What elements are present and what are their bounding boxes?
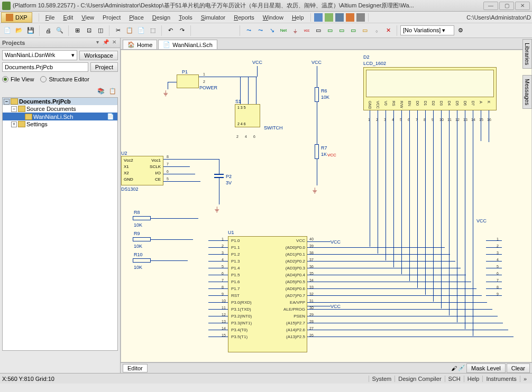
tb-open[interactable]: 📂 [14,25,24,36]
status-expand[interactable]: » [520,376,530,382]
menu-view[interactable]: View [77,13,98,22]
menu-help[interactable]: Help [288,13,308,22]
tb-netlabel[interactable]: Net [278,25,289,36]
status-help[interactable]: Help [464,376,483,382]
label-switch: SWITCH [264,125,283,130]
side-tab-libraries[interactable]: Libraries [522,39,532,69]
tb-busentry[interactable]: ↘ [267,25,277,36]
panel-close-icon[interactable]: ✕ [111,39,118,46]
status-instruments[interactable]: Instruments [482,376,519,382]
tb-undo[interactable]: ↶ [165,25,176,36]
tb-redo[interactable]: ↷ [177,25,187,36]
expand-icon[interactable]: + [11,122,17,127]
menu-window[interactable]: Window [259,13,288,22]
tb-zoom-area[interactable]: ⊡ [84,25,94,36]
structure-editor-radio[interactable]: Structure Editor [40,76,89,82]
side-tab-messages[interactable]: Messages [522,75,532,109]
tool-icon-1[interactable] [314,13,323,22]
val-r9: 10K [134,244,142,249]
tb-zoom-fit[interactable]: ⊞ [72,25,82,36]
tree-source-docs[interactable]: − Source Documents [3,105,117,113]
tool-icon-4[interactable] [346,13,354,22]
minimize-button[interactable]: — [483,2,498,10]
val-p2: 3V [226,180,232,185]
tool-icon-2[interactable] [325,13,333,22]
panel-pin-icon[interactable]: 📌 [102,39,109,46]
comp-u2[interactable]: Vcc2X1X2GND Vcc1SCLKI/OCE [121,156,163,185]
desig-p1: P1 [182,69,188,74]
comp-r7[interactable] [315,144,319,159]
menu-edit[interactable]: Edit [59,13,77,22]
comp-r10[interactable] [133,258,151,263]
tb-device[interactable]: ▭ [348,25,359,36]
comp-r6[interactable] [315,87,319,102]
tb-vcc[interactable]: vcc [301,25,312,36]
comp-r9[interactable] [133,237,151,241]
menu-file[interactable]: File [41,13,59,22]
tab-schematic[interactable]: 📄 WanNianLi.Sch [158,40,217,49]
project-button[interactable]: Project [90,62,118,72]
workspace-button[interactable]: Workspace [79,51,118,60]
tab-home[interactable]: 🏠 Home [123,40,157,49]
menu-project[interactable]: Project [98,13,125,22]
clear-button[interactable]: Clear [507,363,530,373]
tb-cfg[interactable]: ⚙ [455,25,466,36]
tree-file-selected[interactable]: WanNianLi.Sch 📄 [3,113,117,120]
tb-bus[interactable]: ⤳ [255,25,265,36]
tb-print[interactable]: 🖨 [43,25,53,36]
tb-port[interactable]: ⬨ [371,25,382,36]
comp-p1[interactable] [177,74,199,88]
tb-cut[interactable]: ✂ [113,25,123,36]
status-design-compiler[interactable]: Design Compiler [395,376,444,382]
dropper-icon[interactable]: 💉 [458,365,465,371]
tb-paste[interactable]: 📄 [136,25,146,36]
editor-tab[interactable]: Editor [123,364,148,372]
tree-settings[interactable]: + Settings [3,120,117,128]
menu-simulator[interactable]: Simulator [197,13,230,22]
project-tree[interactable]: − Documents.PrjPcb − Source Documents Wa… [2,97,118,351]
maximize-button[interactable]: ▢ [499,2,514,10]
mask-level-button[interactable]: Mask Level [466,363,506,373]
tb-gnd[interactable]: ⏚ [290,25,300,36]
tb-wire[interactable]: ⤳ [243,25,254,36]
tb-zoom-sel[interactable]: ◫ [95,25,106,36]
expand-icon[interactable]: − [11,106,17,112]
panel-icon-2[interactable]: 📋 [107,86,118,96]
label-ds1302: DS1302 [121,186,139,192]
comp-s1[interactable]: 1 3 5 2 4 6 [235,104,260,127]
comp-p2[interactable] [214,174,224,175]
comp-r8[interactable] [133,216,151,220]
menu-place[interactable]: Place [125,13,148,22]
menu-tools[interactable]: Tools [175,13,197,22]
workspace-combo[interactable]: WanNianLi.DsnWrk▾ [2,50,77,60]
expand-icon[interactable]: − [4,99,10,105]
tool-icon-5[interactable] [356,13,365,22]
tool-icon-3[interactable] [335,13,344,22]
dxp-button[interactable]: DXP [1,12,32,23]
comp-lcd[interactable] [363,67,497,110]
brush-icon[interactable]: 🖌 [451,365,457,371]
panel-icon-1[interactable]: 📚 [96,86,106,96]
panel-dropdown-icon[interactable]: ▾ [94,39,101,46]
status-sch[interactable]: SCH [445,376,464,382]
tb-preview[interactable]: 🔍 [54,25,65,36]
tb-sheetentry[interactable]: ▭ [336,25,347,36]
tb-rubber[interactable]: ⬚ [148,25,158,36]
menu-design[interactable]: Design [148,13,175,22]
schematic-canvas[interactable]: P1 POWER 1 2 ⏚ VCC S1 1 3 5 2 4 6 SWITCH… [121,50,532,362]
status-system[interactable]: System [369,376,395,382]
gnd-icon: ⏚ [313,185,317,194]
close-button[interactable]: ✕ [515,2,530,10]
tree-root[interactable]: − Documents.PrjPcb [3,98,117,105]
tb-save[interactable]: 💾 [25,25,36,36]
menu-reports[interactable]: Reports [230,13,259,22]
project-input[interactable]: Documents.PrjPcb [2,62,88,72]
file-view-radio[interactable]: File View [2,76,34,82]
tb-part[interactable]: ▭ [313,25,324,36]
tb-new[interactable]: 📄 [2,25,13,36]
tb-noerc[interactable]: ✕ [383,25,393,36]
tb-harness[interactable]: ▭ [360,25,370,36]
tb-copy[interactable]: 📋 [124,25,135,36]
tb-sheet[interactable]: ▭ [325,25,335,36]
variations-combo[interactable]: [No Variations] ▾ [400,25,454,35]
